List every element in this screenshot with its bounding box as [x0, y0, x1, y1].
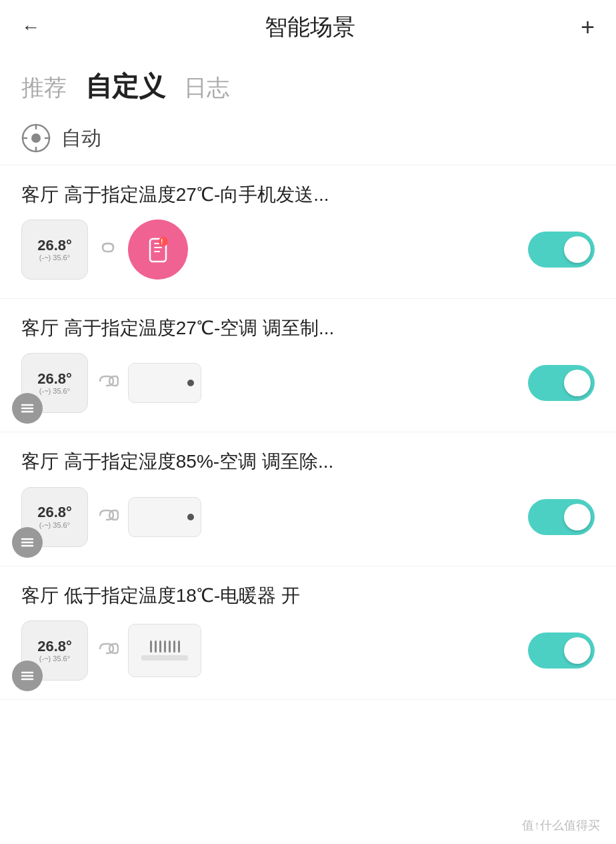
scene-title-2: 客厅 高于指定温度27℃-空调 调至制... [21, 315, 595, 341]
thermo-device-1: 26.8° (-~) 35.6° [21, 220, 88, 280]
heater-line-1 [150, 641, 152, 653]
auto-section: 自动 [0, 111, 616, 165]
link-icon-3 [95, 508, 121, 526]
svg-point-1 [31, 133, 41, 143]
toggle-4[interactable] [528, 632, 595, 669]
scene-row-3: 26.8° (-~) 35.6° [21, 487, 595, 547]
heater-line-7 [178, 641, 180, 653]
toggle-3[interactable] [528, 499, 595, 535]
thermo-sub: (-~) 35.6° [39, 254, 70, 262]
watermark: 值↑什么值得买 [522, 817, 600, 833]
auto-label: 自动 [61, 125, 101, 152]
toggle-2[interactable] [528, 365, 595, 401]
scene-devices-4: 26.8° (-~) 35.6° [21, 620, 201, 681]
phone-action-icon: ! [128, 220, 188, 280]
list-badge-2 [12, 393, 43, 424]
back-button[interactable]: ← [21, 17, 40, 38]
scene-item-1: 客厅 高于指定温度27℃-向手机发送... 26.8° (-~) 35.6° [0, 165, 616, 299]
heater-line-3 [159, 641, 161, 653]
list-badge-4 [12, 661, 43, 691]
toggle-1[interactable] [528, 232, 595, 268]
heater-base [141, 655, 188, 661]
thermo-sub-2: (-~) 35.6° [39, 387, 70, 395]
scene-title-1: 客厅 高于指定温度27℃-向手机发送... [21, 181, 595, 207]
thermo-temp: 26.8° [37, 238, 72, 254]
ac-dot-2 [187, 380, 194, 386]
scene-row-1: 26.8° (-~) 35.6° ! [21, 220, 595, 280]
scene-item-3: 客厅 高于指定湿度85%-空调 调至除... 26.8° (-~) 35.6° [0, 432, 616, 566]
scene-item-4: 客厅 低于指定温度18℃-电暖器 开 26.8° (-~) 35.6° [0, 566, 616, 700]
heater-line-4 [164, 641, 166, 653]
tab-log[interactable]: 日志 [184, 73, 229, 103]
heater-line-6 [173, 641, 175, 653]
scene-row-2: 26.8° (-~) 35.6° [21, 353, 595, 413]
scene-title-4: 客厅 低于指定温度18℃-电暖器 开 [21, 582, 595, 608]
svg-text:!: ! [161, 238, 163, 246]
heater-lines [150, 641, 180, 653]
link-icon-2 [95, 374, 121, 392]
thermo-sub-4: (-~) 35.6° [39, 655, 70, 663]
tab-recommend[interactable]: 推荐 [21, 73, 67, 103]
ac-action-icon-3 [128, 497, 201, 537]
scene-devices-3: 26.8° (-~) 35.6° [21, 487, 201, 547]
ac-dot-3 [187, 514, 194, 520]
scene-devices-1: 26.8° (-~) 35.6° ! [21, 220, 188, 280]
auto-icon [21, 123, 51, 153]
ac-action-icon-2 [128, 363, 201, 403]
header: ← 智能场景 + [0, 0, 616, 55]
thermo-temp-2: 26.8° [37, 371, 72, 387]
add-button[interactable]: + [581, 13, 595, 41]
link-icon-4 [95, 642, 121, 659]
scene-item-2: 客厅 高于指定温度27℃-空调 调至制... 26.8° (-~) 35.6° [0, 299, 616, 432]
heater-line-5 [169, 641, 171, 653]
scene-devices-2: 26.8° (-~) 35.6° [21, 353, 201, 413]
tab-custom[interactable]: 自定义 [85, 68, 165, 105]
scene-title-3: 客厅 高于指定湿度85%-空调 调至除... [21, 448, 595, 474]
page-title: 智能场景 [265, 12, 355, 43]
heater-action-icon [128, 624, 201, 677]
list-badge-3 [12, 527, 43, 558]
tab-bar: 推荐 自定义 日志 [0, 55, 616, 111]
heater-line-2 [155, 641, 157, 653]
scene-row-4: 26.8° (-~) 35.6° [21, 620, 595, 681]
thermo-sub-3: (-~) 35.6° [39, 521, 70, 529]
thermo-temp-3: 26.8° [37, 504, 72, 520]
thermo-temp-4: 26.8° [37, 639, 72, 655]
link-icon-1 [95, 241, 121, 258]
